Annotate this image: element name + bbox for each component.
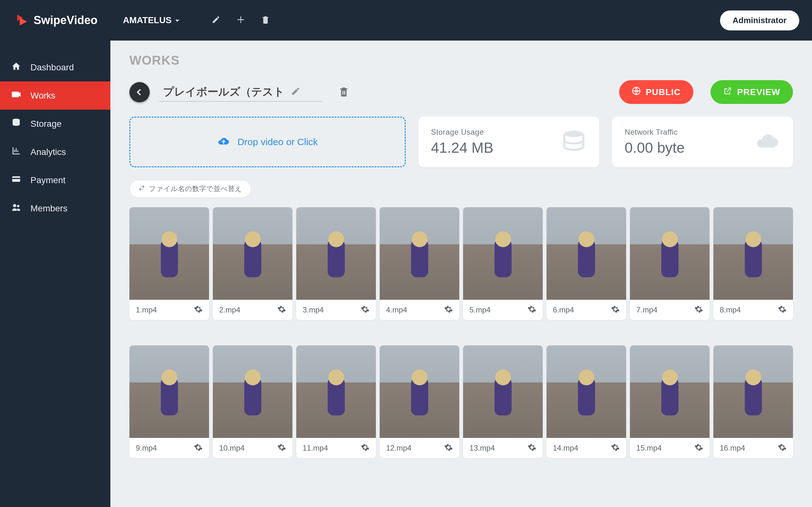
svg-point-9 bbox=[564, 131, 583, 137]
edit-icon[interactable] bbox=[212, 15, 220, 25]
video-card[interactable]: 14.mp4 bbox=[547, 345, 626, 458]
video-card[interactable]: 11.mp4 bbox=[296, 345, 376, 458]
dropzone-text: Drop video or Click bbox=[238, 136, 318, 147]
gear-icon[interactable] bbox=[778, 305, 786, 315]
public-label: PUBLIC bbox=[646, 87, 681, 97]
gear-icon[interactable] bbox=[611, 305, 620, 315]
stats-row: Drop video or Click Storage Usage 41.24 … bbox=[130, 117, 793, 167]
video-filename: 7.mp4 bbox=[636, 305, 658, 314]
page-title: WORKS bbox=[130, 53, 793, 67]
video-thumbnail bbox=[463, 207, 543, 300]
delete-work-button[interactable] bbox=[332, 86, 349, 98]
video-card[interactable]: 10.mp4 bbox=[213, 345, 293, 458]
sidebar-item-storage[interactable]: Storage bbox=[0, 110, 110, 138]
chart-icon bbox=[11, 146, 21, 158]
sidebar-item-members[interactable]: Members bbox=[0, 194, 110, 222]
plus-icon[interactable] bbox=[236, 15, 245, 25]
video-card[interactable]: 9.mp4 bbox=[130, 345, 209, 458]
caret-down-icon bbox=[175, 15, 180, 25]
sort-label: ファイル名の数字で並べ替え bbox=[149, 184, 242, 193]
sidebar-item-payment[interactable]: Payment bbox=[0, 166, 110, 194]
svg-point-7 bbox=[17, 205, 20, 208]
brand-name: SwipeVideo bbox=[34, 14, 97, 27]
video-filename: 11.mp4 bbox=[303, 444, 328, 452]
people-icon bbox=[11, 203, 21, 214]
back-button[interactable] bbox=[130, 82, 150, 102]
video-card[interactable]: 3.mp4 bbox=[296, 207, 376, 320]
sidebar-item-label: Storage bbox=[31, 119, 61, 129]
video-icon bbox=[11, 90, 21, 101]
video-card[interactable]: 12.mp4 bbox=[380, 345, 459, 458]
video-filename: 15.mp4 bbox=[636, 444, 662, 452]
video-card[interactable]: 6.mp4 bbox=[547, 207, 626, 320]
video-card[interactable]: 1.mp4 bbox=[130, 207, 209, 320]
gear-icon[interactable] bbox=[694, 305, 703, 315]
video-filename: 1.mp4 bbox=[136, 305, 157, 314]
storage-card: Storage Usage 41.24 MB bbox=[418, 117, 600, 167]
gear-icon[interactable] bbox=[444, 305, 453, 315]
gear-icon[interactable] bbox=[611, 443, 620, 453]
database-icon bbox=[561, 129, 587, 155]
upload-dropzone[interactable]: Drop video or Click bbox=[130, 117, 406, 167]
video-card[interactable]: 4.mp4 bbox=[380, 207, 459, 320]
video-card[interactable]: 2.mp4 bbox=[213, 207, 293, 320]
app-header: SwipeVideo AMATELUS Administrator bbox=[0, 0, 812, 41]
globe-icon bbox=[632, 87, 641, 98]
gear-icon[interactable] bbox=[194, 305, 203, 315]
video-thumbnail bbox=[296, 207, 376, 300]
video-thumbnail bbox=[547, 207, 626, 300]
video-card[interactable]: 16.mp4 bbox=[713, 345, 793, 458]
sidebar-item-works[interactable]: Works bbox=[0, 81, 110, 110]
video-thumbnail bbox=[213, 207, 293, 300]
video-card[interactable]: 13.mp4 bbox=[463, 345, 543, 458]
org-dropdown[interactable]: AMATELUS bbox=[123, 15, 180, 25]
cloud-download-icon bbox=[755, 129, 780, 155]
brand-logo: SwipeVideo bbox=[16, 13, 97, 27]
gear-icon[interactable] bbox=[277, 443, 286, 453]
sidebar-item-dashboard[interactable]: Dashboard bbox=[0, 53, 110, 81]
preview-button[interactable]: PREVIEW bbox=[711, 80, 793, 104]
public-button[interactable]: PUBLIC bbox=[619, 80, 693, 104]
video-filename: 2.mp4 bbox=[219, 305, 241, 314]
sort-button[interactable]: ファイル名の数字で並べ替え bbox=[130, 180, 251, 198]
work-title-input[interactable]: プレイボールズ（テスト bbox=[159, 83, 322, 102]
video-thumbnail bbox=[213, 345, 293, 438]
video-card[interactable]: 5.mp4 bbox=[463, 207, 543, 320]
gear-icon[interactable] bbox=[361, 305, 369, 315]
video-card[interactable]: 15.mp4 bbox=[630, 345, 710, 458]
card-icon bbox=[11, 174, 21, 186]
trash-icon[interactable] bbox=[261, 15, 270, 25]
cloud-upload-icon bbox=[217, 135, 230, 149]
gear-icon[interactable] bbox=[277, 305, 286, 315]
video-thumbnail bbox=[630, 345, 710, 438]
header-actions bbox=[212, 15, 270, 25]
gear-icon[interactable] bbox=[778, 443, 786, 453]
gear-icon[interactable] bbox=[194, 443, 203, 453]
gear-icon[interactable] bbox=[527, 305, 537, 315]
svg-marker-2 bbox=[175, 20, 179, 22]
video-filename: 12.mp4 bbox=[386, 444, 411, 452]
video-card[interactable]: 7.mp4 bbox=[630, 207, 710, 320]
gear-icon[interactable] bbox=[694, 443, 703, 453]
sidebar-item-label: Members bbox=[31, 204, 67, 214]
gear-icon[interactable] bbox=[527, 443, 537, 453]
sidebar-item-label: Payment bbox=[31, 175, 66, 185]
video-filename: 3.mp4 bbox=[303, 305, 324, 314]
sidebar: Dashboard Works Storage Analytics Paymen… bbox=[0, 41, 110, 507]
sidebar-item-analytics[interactable]: Analytics bbox=[0, 138, 110, 166]
gear-icon[interactable] bbox=[444, 443, 453, 453]
storage-value: 41.24 MB bbox=[431, 139, 494, 156]
admin-badge[interactable]: Administrator bbox=[720, 10, 799, 31]
work-title-text: プレイボールズ（テスト bbox=[163, 84, 285, 99]
main-content: WORKS プレイボールズ（テスト PUBLIC PREVIEW bbox=[110, 41, 812, 507]
video-filename: 10.mp4 bbox=[219, 444, 245, 452]
home-icon bbox=[11, 61, 21, 73]
gear-icon[interactable] bbox=[361, 443, 369, 453]
video-card[interactable]: 8.mp4 bbox=[713, 207, 793, 320]
svg-point-6 bbox=[13, 204, 16, 207]
network-value: 0.00 byte bbox=[624, 139, 684, 156]
network-label: Network Traffic bbox=[624, 128, 684, 136]
video-filename: 6.mp4 bbox=[553, 305, 574, 314]
pencil-icon[interactable] bbox=[291, 87, 300, 97]
video-filename: 16.mp4 bbox=[720, 444, 745, 452]
